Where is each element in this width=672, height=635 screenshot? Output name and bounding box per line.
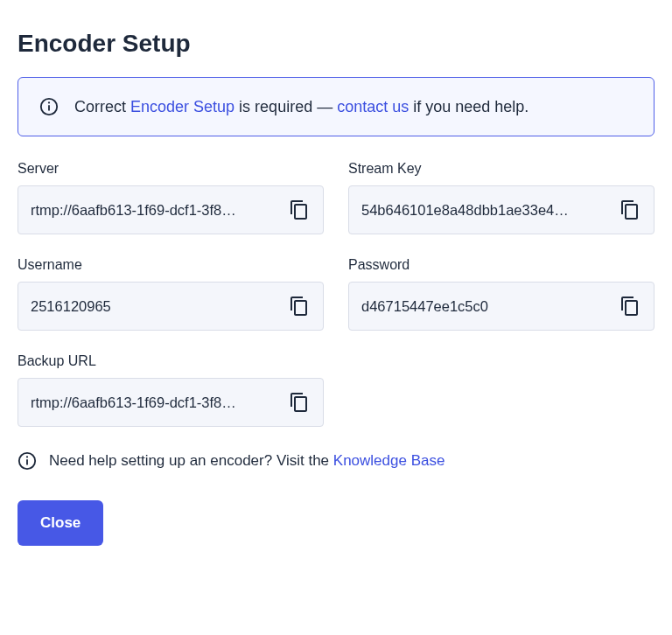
close-button[interactable]: Close xyxy=(18,500,103,546)
backup-url-field: Backup URL rtmp://6aafb613-1f69-dcf1-3f8… xyxy=(18,353,324,427)
copy-username-button[interactable] xyxy=(288,295,311,318)
copy-server-button[interactable] xyxy=(288,199,311,221)
page-title: Encoder Setup xyxy=(18,30,654,58)
stream-key-field: Stream Key 54b646101e8a48dbb1ae33e4… xyxy=(348,161,654,234)
copy-backup-url-button[interactable] xyxy=(288,391,311,414)
alert-text-post: if you need help. xyxy=(409,98,528,115)
help-text-pre: Need help setting up an encoder? Visit t… xyxy=(49,452,333,469)
alert-text-mid: is required — xyxy=(234,98,337,115)
copy-stream-key-button[interactable] xyxy=(619,199,641,221)
username-value: 2516120965 xyxy=(31,298,279,315)
password-value: d46715447ee1c5c0 xyxy=(361,298,610,315)
alert-text-pre: Correct xyxy=(74,98,130,115)
password-field: Password d46715447ee1c5c0 xyxy=(348,257,654,331)
username-field: Username 2516120965 xyxy=(18,257,324,331)
server-box: rtmp://6aafb613-1f69-dcf1-3f8… xyxy=(18,185,324,234)
username-box: 2516120965 xyxy=(18,282,324,331)
alert-text: Correct Encoder Setup is required — cont… xyxy=(74,98,528,116)
backup-url-value: rtmp://6aafb613-1f69-dcf1-3f8… xyxy=(31,394,279,411)
setup-alert: Correct Encoder Setup is required — cont… xyxy=(18,77,654,136)
password-box: d46715447ee1c5c0 xyxy=(348,282,654,331)
info-icon xyxy=(39,97,59,116)
stream-key-box: 54b646101e8a48dbb1ae33e4… xyxy=(348,185,654,234)
svg-point-2 xyxy=(48,101,50,103)
backup-url-box: rtmp://6aafb613-1f69-dcf1-3f8… xyxy=(18,378,324,427)
password-label: Password xyxy=(348,257,654,273)
backup-url-label: Backup URL xyxy=(18,353,324,369)
stream-key-value: 54b646101e8a48dbb1ae33e4… xyxy=(361,202,610,219)
server-value: rtmp://6aafb613-1f69-dcf1-3f8… xyxy=(31,202,279,219)
copy-password-button[interactable] xyxy=(619,295,641,318)
svg-point-5 xyxy=(26,456,28,457)
help-text: Need help setting up an encoder? Visit t… xyxy=(49,452,444,470)
username-label: Username xyxy=(18,257,324,273)
knowledge-base-link[interactable]: Knowledge Base xyxy=(333,452,445,469)
stream-key-label: Stream Key xyxy=(348,161,654,177)
server-label: Server xyxy=(18,161,324,177)
server-field: Server rtmp://6aafb613-1f69-dcf1-3f8… xyxy=(18,161,324,234)
info-icon xyxy=(18,451,37,471)
contact-us-link[interactable]: contact us xyxy=(337,98,409,115)
help-row: Need help setting up an encoder? Visit t… xyxy=(18,451,654,471)
encoder-setup-link[interactable]: Encoder Setup xyxy=(130,98,234,115)
